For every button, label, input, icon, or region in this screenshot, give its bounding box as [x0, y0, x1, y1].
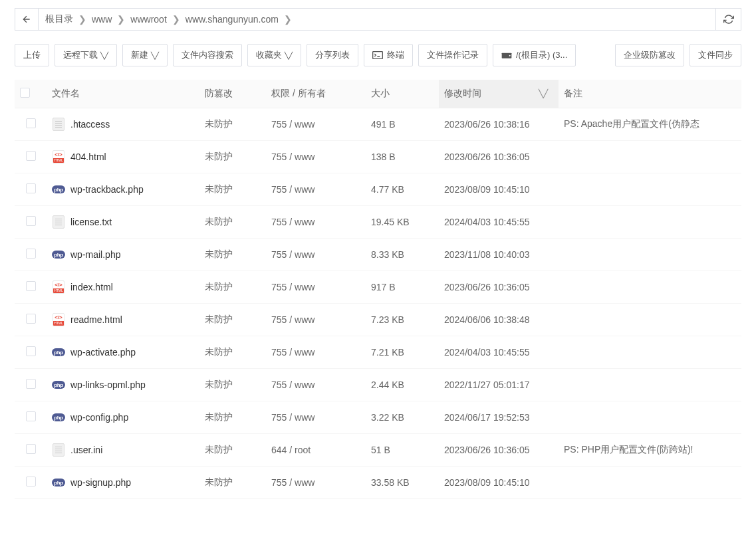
row-checkbox[interactable] [26, 444, 36, 454]
cell-protect[interactable]: 未防护 [199, 434, 266, 467]
cell-protect[interactable]: 未防护 [199, 206, 266, 239]
table-row[interactable]: wp-signup.php未防护755 / www33.58 KB2023/08… [15, 467, 741, 499]
file-name[interactable]: wp-mail.php [52, 248, 194, 261]
row-checkbox[interactable] [26, 249, 36, 259]
table-row[interactable]: license.txt未防护755 / www19.45 KB2024/04/0… [15, 206, 741, 239]
html-file-icon [52, 313, 65, 326]
cell-mtime: 2023/06/26 10:36:05 [439, 141, 559, 173]
column-header-name[interactable]: 文件名 [47, 80, 199, 108]
content-search-button[interactable]: 文件内容搜索 [173, 44, 242, 66]
enterprise-tamper-button[interactable]: 企业级防篡改 [615, 44, 684, 66]
cell-remark[interactable]: PS: Apache用户配置文件(伪静态 [559, 108, 741, 141]
favorites-button[interactable]: 收藏夹╲╱ [247, 44, 301, 66]
file-name[interactable]: wp-config.php [52, 411, 194, 424]
cell-perm[interactable]: 755 / www [266, 271, 366, 304]
share-list-button[interactable]: 分享列表 [307, 44, 358, 66]
cell-perm[interactable]: 755 / www [266, 173, 366, 206]
cell-perm[interactable]: 755 / www [266, 467, 366, 499]
cell-perm[interactable]: 755 / www [266, 369, 366, 401]
table-row[interactable]: wp-links-opml.php未防护755 / www2.44 KB2022… [15, 369, 741, 401]
row-checkbox[interactable] [26, 281, 36, 291]
table-row[interactable]: readme.html未防护755 / www7.23 KB2024/06/06… [15, 304, 741, 336]
row-checkbox[interactable] [26, 216, 36, 226]
refresh-button[interactable] [716, 8, 741, 31]
cell-remark[interactable] [559, 141, 741, 173]
table-row[interactable]: wp-config.php未防护755 / www3.22 KB2024/06/… [15, 401, 741, 434]
table-row[interactable]: wp-activate.php未防护755 / www7.21 KB2024/0… [15, 336, 741, 369]
cell-perm[interactable]: 755 / www [266, 304, 366, 336]
breadcrumb-item[interactable]: 根目录 [45, 13, 73, 25]
table-row[interactable]: index.html未防护755 / www917 B2023/06/26 10… [15, 271, 741, 304]
row-checkbox[interactable] [26, 118, 36, 128]
breadcrumb[interactable]: 根目录 ❯ www ❯ wwwroot ❯ www.shangunyun.com… [39, 8, 716, 31]
row-checkbox[interactable] [26, 183, 36, 193]
file-name-label: license.txt [70, 217, 112, 227]
file-name[interactable]: wp-links-opml.php [52, 378, 194, 391]
table-row[interactable]: 404.html未防护755 / www138 B2023/06/26 10:3… [15, 141, 741, 173]
column-header-size[interactable]: 大小 [366, 80, 439, 108]
file-name[interactable]: readme.html [52, 313, 194, 326]
cell-size: 7.21 KB [366, 336, 439, 369]
file-name[interactable]: license.txt [52, 215, 194, 229]
file-name[interactable]: 404.html [52, 150, 194, 163]
cell-perm[interactable]: 644 / root [266, 434, 366, 467]
row-checkbox[interactable] [26, 314, 36, 324]
column-header-mtime[interactable]: 修改时间╲╱ [439, 80, 559, 108]
file-ops-log-button[interactable]: 文件操作记录 [418, 44, 487, 66]
file-name[interactable]: wp-trackback.php [52, 183, 194, 196]
file-name[interactable]: wp-activate.php [52, 346, 194, 359]
cell-protect[interactable]: 未防护 [199, 271, 266, 304]
cell-perm[interactable]: 755 / www [266, 108, 366, 141]
back-button[interactable] [15, 8, 39, 31]
row-checkbox[interactable] [26, 477, 36, 486]
cell-remark[interactable] [559, 369, 741, 401]
remote-download-button[interactable]: 远程下载╲╱ [55, 44, 117, 66]
cell-remark[interactable] [559, 271, 741, 304]
file-name[interactable]: wp-signup.php [52, 476, 194, 489]
cell-protect[interactable]: 未防护 [199, 141, 266, 173]
cell-perm[interactable]: 755 / www [266, 336, 366, 369]
cell-remark[interactable] [559, 239, 741, 271]
file-name[interactable]: index.html [52, 280, 194, 294]
breadcrumb-item[interactable]: www.shangunyun.com [186, 14, 279, 25]
cell-protect[interactable]: 未防护 [199, 467, 266, 499]
terminal-button[interactable]: 终端 [364, 44, 413, 66]
breadcrumb-item[interactable]: www [92, 14, 112, 25]
cell-remark[interactable] [559, 173, 741, 206]
cell-perm[interactable]: 755 / www [266, 141, 366, 173]
cell-protect[interactable]: 未防护 [199, 108, 266, 141]
cell-protect[interactable]: 未防护 [199, 401, 266, 434]
cell-protect[interactable]: 未防护 [199, 173, 266, 206]
table-row[interactable]: wp-trackback.php未防护755 / www4.77 KB2023/… [15, 173, 741, 206]
upload-button[interactable]: 上传 [15, 44, 49, 66]
cell-remark[interactable] [559, 467, 741, 499]
row-checkbox[interactable] [26, 346, 36, 356]
storage-button[interactable]: /(根目录) (3... [493, 44, 576, 66]
cell-perm[interactable]: 755 / www [266, 206, 366, 239]
cell-remark[interactable] [559, 401, 741, 434]
column-header-perm[interactable]: 权限 / 所有者 [266, 80, 366, 108]
row-checkbox[interactable] [26, 151, 36, 161]
cell-protect[interactable]: 未防护 [199, 239, 266, 271]
select-all-checkbox[interactable] [20, 88, 30, 98]
cell-remark[interactable]: PS: PHP用户配置文件(防跨站)! [559, 434, 741, 467]
cell-protect[interactable]: 未防护 [199, 369, 266, 401]
cell-remark[interactable] [559, 336, 741, 369]
row-checkbox[interactable] [26, 411, 36, 421]
cell-remark[interactable] [559, 304, 741, 336]
new-button[interactable]: 新建╲╱ [122, 44, 168, 66]
breadcrumb-item[interactable]: wwwroot [130, 14, 166, 25]
cell-remark[interactable] [559, 206, 741, 239]
row-checkbox[interactable] [26, 379, 36, 389]
file-sync-button[interactable]: 文件同步 [690, 44, 741, 66]
cell-protect[interactable]: 未防护 [199, 304, 266, 336]
cell-perm[interactable]: 755 / www [266, 239, 366, 271]
file-name[interactable]: .htaccess [52, 118, 194, 131]
cell-perm[interactable]: 755 / www [266, 401, 366, 434]
file-name[interactable]: .user.ini [52, 443, 194, 457]
table-row[interactable]: .htaccess未防护755 / www491 B2023/06/26 10:… [15, 108, 741, 141]
file-name-label: wp-config.php [70, 412, 128, 423]
table-row[interactable]: .user.ini未防护644 / root51 B2023/06/26 10:… [15, 434, 741, 467]
table-row[interactable]: wp-mail.php未防护755 / www8.33 KB2023/11/08… [15, 239, 741, 271]
cell-protect[interactable]: 未防护 [199, 336, 266, 369]
